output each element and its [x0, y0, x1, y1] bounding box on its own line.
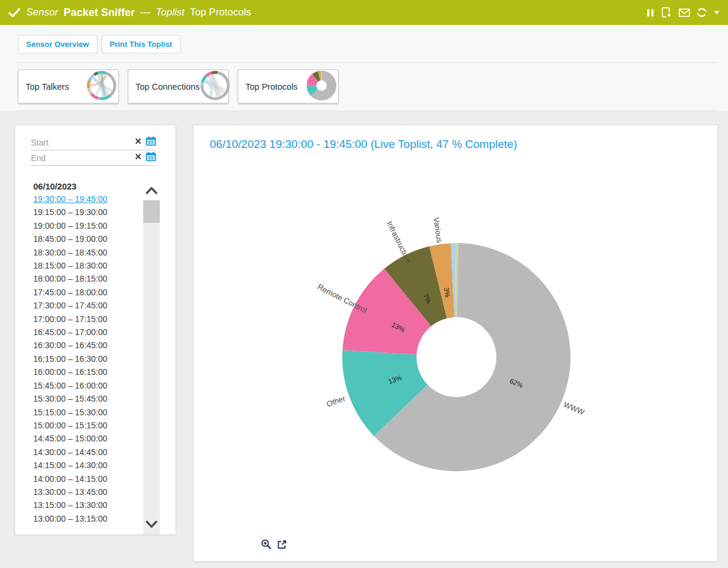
tab-label: Top Protocols: [245, 82, 298, 91]
interval-item[interactable]: 17:30:00 – 17:45:00: [33, 299, 141, 312]
slice-name-label: Other: [325, 393, 346, 408]
pause-icon[interactable]: [647, 8, 654, 17]
report-document-add-icon[interactable]: [661, 7, 672, 18]
refresh-icon[interactable]: [697, 7, 707, 18]
protocol-donut-chart[interactable]: 62%WWW13%Other13%Remote Control7%Infrast…: [194, 125, 718, 562]
interval-item[interactable]: 16:30:00 – 16:45:00: [33, 339, 141, 352]
open-external-icon[interactable]: [277, 539, 287, 550]
tab-label: Top Talkers: [26, 82, 69, 91]
time-filter-panel: 06/10/2023 19:30:00 – 19:45:0019:15:00 –…: [15, 125, 176, 535]
start-date-input[interactable]: [31, 138, 135, 147]
content-area: 06/10/2023 19:30:00 – 19:45:0019:15:00 –…: [0, 111, 728, 568]
interval-list: 19:30:00 – 19:45:0019:15:00 – 19:30:0019…: [33, 193, 141, 525]
chart-actions: [261, 539, 287, 550]
tab-top-connections[interactable]: Top Connections: [128, 70, 229, 103]
chord-diagram-icon: [86, 70, 117, 103]
print-toplist-button[interactable]: Print This Toplist: [102, 35, 181, 53]
start-calendar-icon[interactable]: [146, 136, 156, 146]
interval-item[interactable]: 15:45:00 – 16:00:00: [33, 379, 141, 392]
interval-item[interactable]: 17:00:00 – 17:15:00: [33, 313, 141, 326]
interval-item[interactable]: 13:15:00 – 13:30:00: [33, 498, 141, 512]
start-date-row: [31, 135, 156, 150]
donut-chart-icon: [306, 70, 337, 103]
page-title: Top Protocols: [190, 7, 251, 18]
interval-item[interactable]: 18:30:00 – 18:45:00: [33, 246, 141, 259]
interval-item[interactable]: 14:30:00 – 14:45:00: [33, 446, 141, 459]
status-check-icon: [8, 8, 21, 18]
chord-diagram-icon: [200, 70, 231, 103]
sensor-overview-button[interactable]: Sensor Overview: [18, 35, 97, 53]
interval-item[interactable]: 14:15:00 – 14:30:00: [33, 459, 141, 472]
interval-item[interactable]: 19:15:00 – 19:30:00: [33, 206, 141, 219]
interval-item[interactable]: 16:45:00 – 17:00:00: [33, 326, 141, 339]
zoom-in-icon[interactable]: [261, 539, 272, 550]
interval-item[interactable]: 16:15:00 – 16:30:00: [33, 352, 141, 365]
interval-item[interactable]: 17:45:00 – 18:00:00: [33, 286, 141, 299]
dropdown-caret-icon[interactable]: [714, 11, 720, 15]
interval-item[interactable]: 14:45:00 – 15:00:00: [33, 432, 141, 445]
scrollbar-track[interactable]: [143, 200, 160, 514]
slice-name-label: Infrastructure: [385, 220, 414, 264]
email-icon[interactable]: [679, 8, 690, 17]
interval-scrollbar: [143, 180, 160, 534]
slice-name-label: Various: [431, 217, 444, 244]
page-toolbar: Sensor Overview Print This Toplist: [0, 25, 728, 63]
interval-item[interactable]: 14:00:00 – 14:15:00: [33, 472, 141, 485]
clear-start-icon[interactable]: [135, 138, 141, 144]
breadcrumb-separator: —: [140, 7, 150, 18]
interval-item[interactable]: 15:00:00 – 15:15:00: [33, 419, 141, 432]
clear-end-icon[interactable]: [135, 153, 141, 160]
tab-label: Top Connections: [135, 82, 200, 91]
slice-percent-label: 3%: [443, 287, 451, 298]
sensor-kind-label: Sensor: [26, 7, 58, 18]
interval-item[interactable]: 13:30:00 – 13:45:00: [33, 485, 141, 498]
interval-item[interactable]: 18:45:00 – 19:00:00: [33, 232, 141, 245]
end-calendar-icon[interactable]: [146, 152, 156, 162]
scroll-down-button[interactable]: [143, 514, 160, 534]
tab-top-protocols[interactable]: Top Protocols: [238, 70, 339, 103]
scroll-up-button[interactable]: [143, 180, 160, 200]
title-bar: Sensor Packet Sniffer — Toplist Top Prot…: [0, 0, 728, 25]
topbar-actions: [647, 7, 720, 18]
end-date-row: [31, 150, 156, 166]
toplist-label: Toplist: [156, 7, 185, 18]
interval-item[interactable]: 18:00:00 – 18:15:00: [33, 272, 141, 285]
scrollbar-thumb[interactable]: [143, 200, 160, 223]
interval-item[interactable]: 18:15:00 – 18:30:00: [33, 259, 141, 272]
interval-item[interactable]: 16:00:00 – 16:15:00: [33, 365, 141, 378]
interval-item[interactable]: 15:15:00 – 15:30:00: [33, 406, 141, 419]
interval-item[interactable]: 13:00:00 – 13:15:00: [33, 512, 141, 525]
interval-item[interactable]: 19:00:00 – 19:15:00: [33, 219, 141, 232]
end-date-input[interactable]: [31, 153, 135, 163]
interval-item[interactable]: 19:30:00 – 19:45:00: [33, 193, 141, 206]
toplist-chart-panel: 06/10/2023 19:30:00 - 19:45:00 (Live Top…: [193, 125, 718, 561]
toplist-tabs: Top Talkers Top Connections Top Protocol…: [0, 63, 728, 111]
interval-item[interactable]: 15:30:00 – 15:45:00: [33, 392, 141, 405]
slice-name-label: WWW: [562, 400, 586, 417]
tab-top-talkers[interactable]: Top Talkers: [18, 70, 119, 103]
sensor-name[interactable]: Packet Sniffer: [64, 7, 135, 19]
